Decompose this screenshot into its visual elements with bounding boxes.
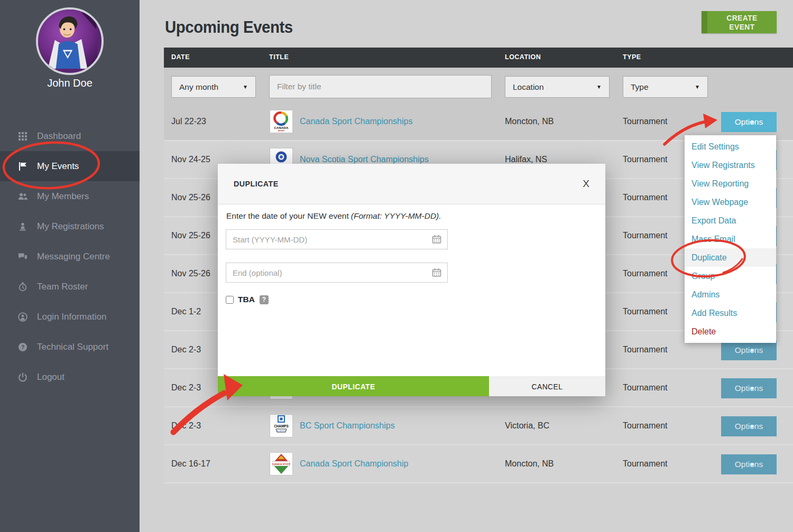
filter-row: Any month ▼ Location ▼ Type ▼	[164, 68, 793, 103]
event-title-link[interactable]: Canada Sport Championships	[300, 117, 412, 126]
event-date: Dec 2-3	[171, 383, 201, 393]
sidebar-item-dashboard[interactable]: Dashboard	[0, 121, 140, 151]
menu-item-duplicate[interactable]: Duplicate	[685, 248, 776, 267]
event-type: Tournament	[623, 117, 668, 126]
sidebar-item-messaging-centre[interactable]: Messaging Centre	[0, 241, 140, 272]
event-date: Jul 22-23	[171, 117, 206, 126]
sidebar-item-label: Login Information	[37, 312, 106, 322]
power-icon	[18, 372, 30, 382]
title-filter-input[interactable]	[269, 75, 492, 98]
duplicate-button[interactable]: DUPLICATE	[218, 376, 489, 396]
event-type: Tournament	[623, 383, 668, 393]
event-date: Nov 25-26	[171, 231, 210, 240]
menu-item-group[interactable]: Group	[685, 267, 776, 285]
tba-label: TBA	[238, 295, 255, 304]
sidebar-item-label: Logout	[37, 372, 64, 382]
event-title-link[interactable]: Nova Scotia Sport Championships	[300, 155, 429, 164]
cancel-button[interactable]: CANCEL	[489, 376, 605, 396]
users-icon	[18, 192, 30, 201]
help-icon[interactable]: ?	[260, 295, 269, 304]
create-event-button[interactable]: CREATE EVENT	[702, 11, 777, 33]
month-filter-select[interactable]: Any month ▼	[171, 76, 256, 98]
options-button[interactable]: Options ▼	[721, 112, 777, 132]
options-button[interactable]: Options ▼	[721, 416, 777, 436]
stopwatch-icon	[18, 282, 30, 292]
menu-item-delete[interactable]: Delete	[685, 322, 776, 341]
sidebar-item-label: Team Roster	[37, 282, 88, 292]
svg-text:CANADA: CANADA	[274, 126, 289, 129]
sidebar-item-my-events[interactable]: My Events	[0, 151, 140, 181]
type-filter-select[interactable]: Type ▼	[623, 76, 708, 98]
chevron-down-icon: ▼	[750, 348, 755, 353]
chat-icon	[18, 252, 30, 262]
sidebar-item-team-roster[interactable]: Team Roster	[0, 272, 140, 302]
menu-item-add-results[interactable]: Add Results	[685, 304, 776, 322]
user-circle-icon	[18, 312, 30, 322]
event-date: Nov 25-26	[171, 193, 210, 202]
modal-header: DUPLICATE X	[218, 164, 605, 204]
event-date: Dec 1-2	[171, 307, 201, 316]
sidebar-item-my-members[interactable]: My Members	[0, 181, 140, 211]
options-button[interactable]: Options ▼	[721, 378, 777, 398]
modal-instruction: Enter the date of your NEW event(Format:…	[226, 211, 441, 221]
duplicate-modal: DUPLICATE X Enter the date of your NEW e…	[218, 164, 605, 396]
event-type: Tournament	[623, 155, 668, 164]
sidebar-item-label: Messaging Centre	[37, 251, 110, 262]
event-type: Tournament	[623, 345, 668, 354]
chevron-down-icon: ▼	[750, 424, 755, 430]
event-type: Tournament	[623, 269, 668, 278]
modal-title: DUPLICATE	[234, 179, 279, 189]
menu-item-mass-email[interactable]: Mass Email	[685, 230, 776, 248]
chevron-down-icon: ▼	[750, 386, 755, 391]
table-header: DATE TITLE LOCATION TYPE	[164, 48, 793, 68]
event-logo: CANADA SPORT	[270, 452, 293, 475]
event-date: Dec 2-3	[171, 421, 201, 431]
options-button[interactable]: Options ▼	[721, 340, 777, 360]
sidebar-item-my-registrations[interactable]: My Registrations	[0, 211, 140, 241]
tba-row: TBA ?	[226, 295, 269, 304]
dashboard-grid-icon	[18, 132, 30, 141]
svg-text:CHAMPS: CHAMPS	[274, 424, 289, 428]
sidebar-item-label: My Registrations	[37, 221, 104, 232]
sidebar-nav: Dashboard My Events My Members My Regist…	[0, 121, 140, 392]
event-type: Tournament	[623, 231, 668, 240]
table-row: Dec 16-17 CANADA SPORT Canada Sport Cham…	[164, 445, 793, 483]
table-row: Dec 2-3 CHAMPSBC SPORT BC Sport Champion…	[164, 407, 793, 445]
menu-item-view-reporting[interactable]: View Reporting	[685, 174, 776, 193]
event-location: Halifax, NS	[505, 155, 547, 164]
end-date-input[interactable]	[226, 263, 448, 283]
sidebar-item-label: Technical Support	[37, 342, 108, 352]
event-date: Dec 2-3	[171, 345, 201, 354]
event-location: Moncton, NB	[505, 459, 554, 469]
event-title-link[interactable]: BC Sport Championships	[300, 421, 395, 431]
start-date-input[interactable]	[226, 229, 448, 249]
menu-item-view-registrants[interactable]: View Registrants	[685, 156, 776, 174]
column-header-location: LOCATION	[505, 53, 541, 61]
user-name: John Doe	[0, 77, 140, 89]
close-icon[interactable]: X	[579, 178, 593, 190]
avatar	[36, 7, 104, 75]
options-button[interactable]: Options ▼	[721, 454, 777, 474]
column-header-title: TITLE	[269, 53, 289, 61]
sidebar: John Doe Dashboard My Events My Members …	[0, 0, 140, 532]
event-type: Tournament	[623, 421, 668, 431]
event-title-link[interactable]: Canada Sport Championship	[300, 459, 408, 469]
question-circle-icon: ?	[18, 342, 30, 352]
location-filter-select[interactable]: Location ▼	[505, 76, 610, 98]
page-title: Upcoming Events	[165, 17, 293, 37]
menu-item-export-data[interactable]: Export Data	[685, 211, 776, 230]
event-type: Tournament	[623, 307, 668, 316]
event-date: Nov 24-25	[171, 155, 210, 164]
chevron-down-icon: ▼	[596, 84, 602, 90]
sidebar-item-technical-support[interactable]: ? Technical Support	[0, 332, 140, 362]
event-logo: CHAMPSBC SPORT	[270, 414, 293, 437]
svg-text:BC SPORT: BC SPORT	[276, 430, 287, 432]
chevron-down-icon: ▼	[750, 119, 755, 125]
menu-item-view-webpage[interactable]: View Webpage	[685, 193, 776, 211]
tba-checkbox[interactable]	[226, 296, 234, 304]
sidebar-item-login-information[interactable]: Login Information	[0, 302, 140, 332]
menu-item-admins[interactable]: Admins	[685, 285, 776, 304]
avatar-illustration	[38, 10, 97, 69]
menu-item-edit-settings[interactable]: Edit Settings	[685, 137, 776, 156]
sidebar-item-logout[interactable]: Logout	[0, 362, 140, 392]
